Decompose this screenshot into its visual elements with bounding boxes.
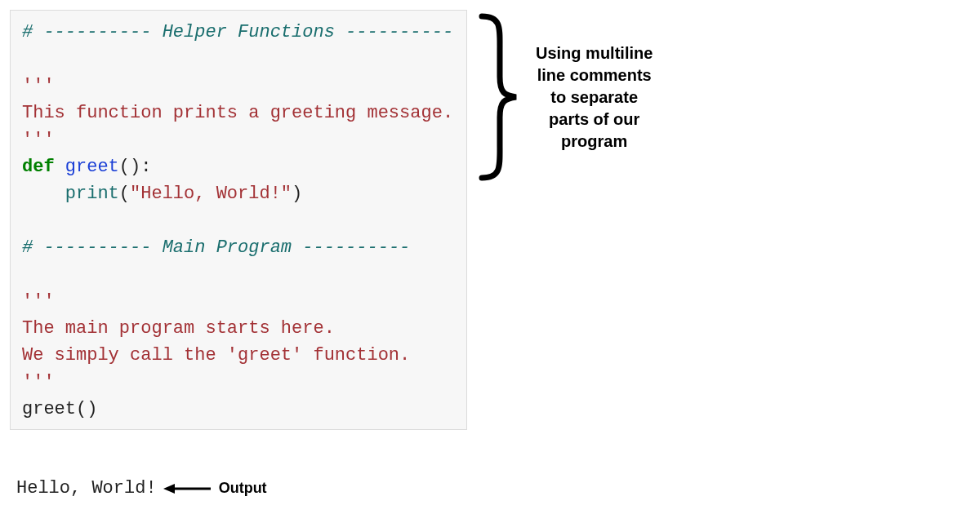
svg-marker-1 <box>163 484 175 494</box>
section-divider-2: # ---------- Main Program ---------- <box>22 237 410 258</box>
docstring-open-1: ''' <box>22 76 55 96</box>
docstring-body-2b: We simply call the 'greet' function. <box>22 345 410 366</box>
brace-annotation: Using multiline line comments to separat… <box>472 11 653 183</box>
func-name: greet <box>65 157 119 177</box>
print-call: print <box>65 184 119 204</box>
docstring-close-2: ''' <box>22 372 55 392</box>
output-text: Hello, World! <box>16 478 157 498</box>
code-block: # ---------- Helper Functions ----------… <box>10 10 467 430</box>
docstring-open-2: ''' <box>22 291 55 312</box>
output-line: Hello, World! Output <box>16 478 267 498</box>
docstring-body-1: This function prints a greeting message. <box>22 103 453 123</box>
output-label: Output <box>219 480 267 497</box>
call-greet: greet() <box>22 399 97 419</box>
def-keyword: def <box>22 157 55 177</box>
section-divider-1: # ---------- Helper Functions ---------- <box>22 22 453 42</box>
curly-brace-icon <box>472 11 521 183</box>
docstring-close-1: ''' <box>22 130 55 150</box>
print-arg: "Hello, World!" <box>130 184 292 204</box>
docstring-body-2a: The main program starts here. <box>22 318 335 339</box>
annotation-text: Using multiline line comments to separat… <box>536 42 653 153</box>
arrow-left-icon <box>163 481 212 496</box>
